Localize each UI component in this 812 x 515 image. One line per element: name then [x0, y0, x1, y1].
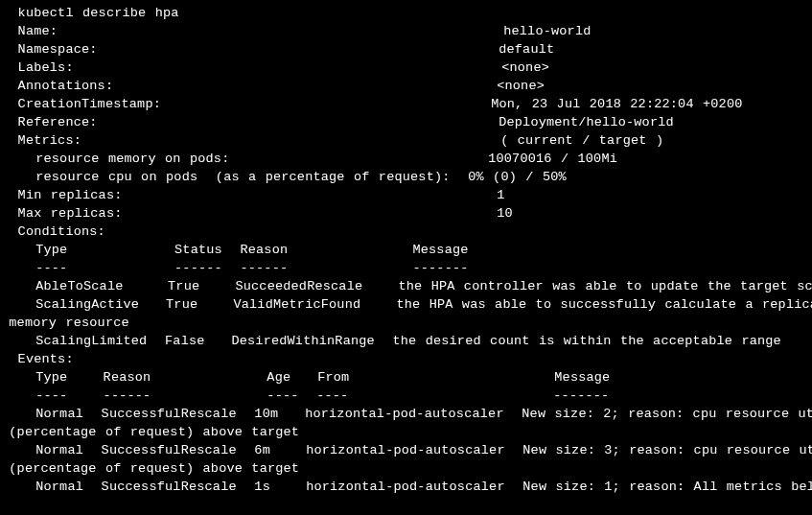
prop-namespace-value: default	[499, 42, 554, 57]
events-row: Normal SuccessfulRescale 6m horizontal-p…	[0, 443, 812, 457]
prop-reference-value: Deployment/hello-world	[499, 115, 674, 129]
prop-name-label: Name:	[0, 24, 503, 38]
conditions-divider: ---- ------ ------ -------	[0, 261, 469, 275]
metric-cpu-label: resource cpu on pods (as a percentage of…	[0, 170, 468, 184]
conditions-title: Conditions:	[0, 224, 105, 239]
prop-max-value: 10	[497, 206, 513, 221]
prop-ctime-value: Mon, 23 Jul 2018 22:22:04 +0200	[491, 97, 742, 111]
events-header: Type Reason Age From Message	[0, 370, 610, 385]
prop-namespace-label: Namespace:	[0, 42, 499, 57]
conditions-row-wrap: memory resource	[0, 316, 129, 330]
prop-labels-label: Labels:	[0, 60, 501, 75]
conditions-header: Type Status Reason Message	[0, 243, 469, 257]
events-divider: ---- ------ ---- ---- -------	[0, 388, 609, 403]
events-title: Events:	[0, 352, 74, 366]
prop-annotations-value: <none>	[497, 79, 545, 93]
command-line: kubectl describe hpa	[0, 6, 179, 20]
prop-max-label: Max replicas:	[0, 206, 497, 221]
metric-memory-label: resource memory on pods:	[0, 152, 488, 166]
prop-annotations-label: Annotations:	[0, 79, 497, 93]
prop-name-value: hello-world	[503, 24, 591, 38]
prop-metrics-value: ( current / target )	[500, 133, 663, 148]
conditions-row: ScalingActive True ValidMetricFound the …	[0, 297, 812, 312]
metric-memory-value: 10070016 / 100Mi	[488, 152, 617, 166]
prop-ctime-label: CreationTimestamp:	[0, 97, 491, 111]
conditions-row: ScalingLimited False DesiredWithinRange …	[0, 334, 781, 348]
prop-metrics-label: Metrics:	[0, 133, 500, 148]
prop-min-label: Min replicas:	[0, 188, 497, 202]
events-row-wrap: (percentage of request) above target	[0, 425, 299, 439]
metric-cpu-value: 0% (0) / 50%	[468, 170, 567, 184]
events-row: Normal SuccessfulRescale 1s horizontal-p…	[0, 480, 812, 494]
terminal-output: kubectl describe hpa Name: hello-world N…	[0, 4, 812, 496]
conditions-row: AbleToScale True SucceededRescale the HP…	[0, 279, 812, 293]
prop-min-value: 1	[497, 188, 504, 202]
prop-reference-label: Reference:	[0, 115, 499, 129]
events-row-wrap: (percentage of request) above target	[0, 461, 299, 476]
events-row: Normal SuccessfulRescale 10m horizontal-…	[0, 407, 812, 421]
prop-labels-value: <none>	[501, 60, 549, 75]
